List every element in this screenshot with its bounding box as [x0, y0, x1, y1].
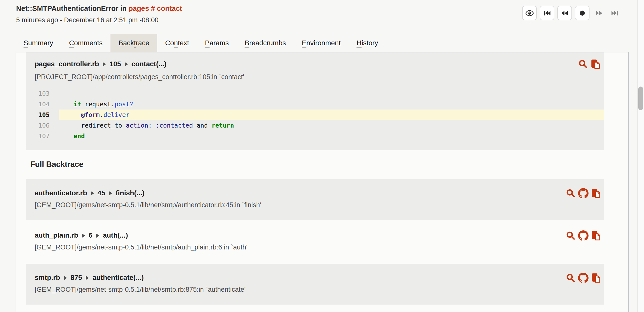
frame-line-number: 45: [98, 189, 105, 197]
code-line-highlighted: 105 @form.deliver: [26, 110, 604, 120]
github-icon[interactable]: [578, 273, 588, 283]
full-backtrace-list: authenticator.rb 45 finish(...) [GEM_ROO…: [16, 179, 628, 305]
skip-to-end-icon: [611, 9, 619, 17]
chevron-right-icon: [91, 191, 94, 195]
error-header: Net::SMTPAuthenticationError in pages # …: [16, 4, 182, 24]
tab-comments[interactable]: Comments: [61, 34, 110, 52]
frame-path: [PROJECT_ROOT]/app/controllers/pages_con…: [26, 73, 604, 81]
backtrace-frame-row[interactable]: smtp.rb 875 authenticate(...) [GEM_ROOT]…: [26, 264, 604, 305]
fast-forward-icon: [595, 9, 603, 17]
frame-method: auth(...): [103, 231, 128, 239]
frame-file: authenticator.rb: [35, 189, 87, 197]
frame-title: authenticator.rb 45 finish(...): [35, 189, 601, 197]
tab-summary[interactable]: Summary: [16, 34, 61, 52]
backtrace-frame-row[interactable]: auth_plain.rb 6 auth(...) [GEM_ROOT]/gem…: [26, 221, 604, 262]
next-notice-button-disabled: [592, 9, 605, 17]
frame-line-number: 105: [110, 60, 121, 68]
code-snippet: 103 104 if request.post? 105 @form.deliv…: [26, 88, 604, 142]
skip-to-start-icon: [543, 9, 551, 17]
application-frame[interactable]: pages_controller.rb 105 contact(...) [PR…: [26, 52, 604, 150]
chevron-right-icon: [64, 276, 67, 280]
search-icon[interactable]: [566, 231, 576, 241]
copy-icon[interactable]: [591, 188, 602, 198]
code-line: 106 redirect_to action: :contacted and r…: [26, 120, 604, 131]
code-line: 103: [26, 88, 604, 99]
chevron-right-icon: [86, 276, 89, 280]
frame-line-number: 6: [89, 231, 93, 239]
watch-button[interactable]: [522, 6, 537, 20]
error-location[interactable]: pages # contact: [128, 4, 182, 12]
record-icon: [578, 9, 586, 17]
scrollbar-thumb[interactable]: [638, 87, 643, 110]
chevron-right-icon: [125, 62, 128, 66]
backtrace-frame-row[interactable]: authenticator.rb 45 finish(...) [GEM_ROO…: [26, 179, 604, 220]
github-icon[interactable]: [578, 188, 588, 198]
notice-tabs: Summary Comments Backtrace Context Param…: [16, 34, 386, 52]
search-icon[interactable]: [578, 59, 588, 69]
frame-title: pages_controller.rb 105 contact(...): [35, 60, 166, 68]
frame-method: authenticate(...): [92, 274, 144, 282]
frame-file: smtp.rb: [35, 274, 60, 282]
error-timestamp: 5 minutes ago - December 16 at 2:51 pm -…: [16, 16, 182, 24]
search-icon[interactable]: [566, 273, 576, 283]
full-backtrace-heading: Full Backtrace: [30, 160, 628, 169]
tab-environment[interactable]: Environment: [294, 34, 348, 52]
frame-method: contact(...): [132, 60, 167, 68]
frame-line-number: 875: [70, 274, 82, 282]
chevron-right-icon: [96, 233, 99, 238]
frame-path: [GEM_ROOT]/gems/net-smtp-0.5.1/lib/net/s…: [35, 201, 601, 209]
frame-file: pages_controller.rb: [35, 60, 99, 68]
frame-file: auth_plain.rb: [35, 231, 78, 239]
tab-backtrace[interactable]: Backtrace: [110, 34, 157, 52]
previous-notice-button[interactable]: [557, 6, 572, 20]
chevron-right-icon: [109, 191, 112, 195]
page-title: Net::SMTPAuthenticationError in pages # …: [16, 4, 182, 13]
backtrace-panel: pages_controller.rb 105 contact(...) [PR…: [16, 52, 629, 312]
frame-path: [GEM_ROOT]/gems/net-smtp-0.5.1/lib/net/s…: [35, 244, 601, 251]
eye-icon: [525, 9, 534, 17]
rewind-icon: [561, 9, 569, 17]
github-icon[interactable]: [578, 230, 588, 241]
first-notice-button[interactable]: [540, 6, 554, 20]
frame-title: auth_plain.rb 6 auth(...): [35, 231, 601, 239]
copy-icon[interactable]: [590, 59, 601, 69]
tab-context[interactable]: Context: [157, 34, 197, 52]
chevron-right-icon: [82, 233, 85, 238]
code-line: 104 if request.post?: [26, 99, 604, 110]
vertical-scrollbar[interactable]: [637, 0, 644, 312]
last-notice-button-disabled: [608, 9, 621, 17]
tab-history[interactable]: History: [348, 34, 386, 52]
frame-method: finish(...): [116, 189, 145, 197]
tab-breadcrumbs[interactable]: Breadcrumbs: [237, 34, 294, 52]
chevron-right-icon: [103, 62, 106, 66]
error-class: Net::SMTPAuthenticationError: [16, 4, 118, 12]
frame-title: smtp.rb 875 authenticate(...): [35, 274, 601, 282]
notice-navigation-toolbar: [522, 6, 621, 20]
title-in-word: in: [118, 4, 128, 12]
copy-icon[interactable]: [591, 273, 602, 283]
code-line: 107 end: [26, 131, 604, 142]
frame-path: [GEM_ROOT]/gems/net-smtp-0.5.1/lib/net/s…: [35, 286, 601, 294]
tab-params[interactable]: Params: [197, 34, 236, 52]
current-notice-button[interactable]: [575, 6, 590, 20]
search-icon[interactable]: [566, 188, 576, 198]
copy-icon[interactable]: [591, 230, 602, 241]
